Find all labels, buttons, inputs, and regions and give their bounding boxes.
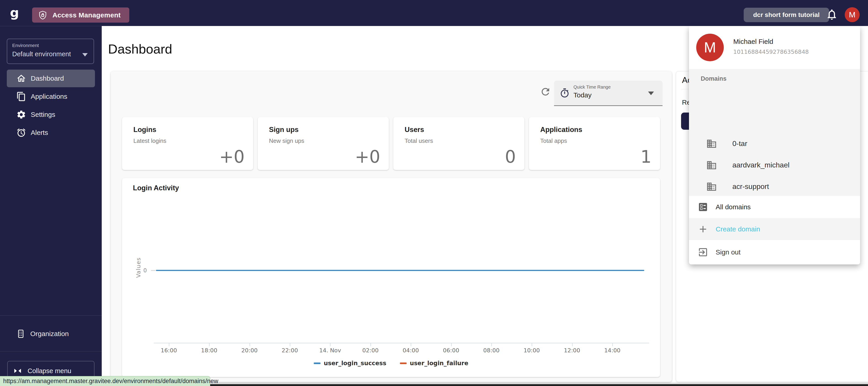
stat-title: Sign ups (269, 126, 299, 134)
user-id: 101168844592786356848 (733, 49, 809, 55)
alarm-icon (16, 128, 26, 138)
sign-out-label: Sign out (716, 248, 741, 256)
x-tick-label: 18:00 (201, 347, 217, 354)
sidebar-item-label: Applications (31, 93, 67, 100)
all-domains-icon (698, 201, 708, 213)
gravitee-logo[interactable]: g (10, 5, 19, 20)
x-tick-mark (451, 343, 452, 346)
domain-label: acr-support (733, 182, 769, 191)
domain-label: aardvark_michael (733, 161, 789, 169)
domain-item-acr-support[interactable]: acr-support (689, 176, 860, 197)
x-tick-mark (209, 343, 210, 346)
sidebar-item-applications[interactable]: Applications (7, 88, 95, 105)
x-tick-label: 06:00 (443, 347, 459, 354)
collapse-icon (13, 366, 23, 376)
sidebar-item-organization[interactable]: Organization (7, 325, 95, 343)
link-preview-tooltip: https://am.management.master.gravitee.de… (0, 376, 210, 386)
legend-item-failure[interactable]: user_login_failure (400, 360, 468, 366)
stat-subtitle: Latest logins (133, 137, 166, 144)
all-domains-label: All domains (716, 203, 751, 211)
x-tick-label: 20:00 (241, 347, 258, 354)
x-tick-label: 16:00 (161, 347, 177, 354)
link-preview-url: https://am.management.master.gravitee.de… (3, 378, 218, 385)
sidebar: Environment Default environment Dashboar… (0, 26, 102, 386)
sidebar-item-alerts[interactable]: Alerts (7, 124, 95, 141)
x-tick-mark (491, 343, 492, 346)
sidebar-item-dashboard[interactable]: Dashboard (7, 70, 95, 87)
user-menu-dropdown: M Michael Field 101168844592786356848 Do… (689, 26, 860, 264)
legend-item-success[interactable]: user_login_success (314, 360, 386, 366)
sidebar-item-label: Organization (30, 330, 69, 337)
sign-out-item[interactable]: Sign out (689, 240, 860, 264)
x-tick-label: 12:00 (564, 347, 580, 354)
x-tick-mark (612, 343, 613, 346)
refresh-button[interactable] (540, 86, 551, 97)
domain-building-icon (706, 160, 717, 171)
environment-selector[interactable]: Environment Default environment (7, 39, 94, 64)
x-tick-mark (290, 343, 290, 346)
shield-lock-icon (38, 10, 48, 20)
domain-building-icon (706, 181, 717, 192)
legend-swatch-success (314, 362, 320, 364)
plus-icon (698, 224, 708, 234)
legend-swatch-failure (400, 362, 407, 364)
notifications-bell-icon[interactable] (826, 8, 838, 21)
quick-time-range-value: Today (574, 91, 592, 99)
domain-label: 0-tar (733, 139, 747, 148)
chart-title: Login Activity (133, 184, 179, 192)
chevron-down-icon (82, 53, 88, 57)
environment-label: Environment (12, 43, 89, 48)
x-tick-label: 14. Nov (319, 347, 341, 354)
create-domain-item[interactable]: Create domain (689, 218, 860, 240)
y-tick-label: 0 (143, 267, 147, 274)
x-tick-label: 10:00 (524, 347, 540, 354)
quick-time-range-select[interactable]: Quick Time Range Today (554, 81, 662, 106)
stat-card-applications: Applications Total apps 1 (529, 117, 660, 170)
x-tick-label: 14:00 (604, 347, 620, 354)
domains-section: Domains 0-tar aardvark_michael acr-suppo… (689, 69, 860, 196)
quick-time-range-label: Quick Time Range (574, 85, 611, 90)
user-menu-header: M Michael Field 101168844592786356848 (689, 26, 860, 69)
x-tick-label: 22:00 (282, 347, 298, 354)
user-avatar[interactable]: M (845, 7, 860, 22)
stat-title: Users (405, 126, 424, 134)
chevron-down-icon (648, 92, 654, 95)
environment-value: Default environment (12, 51, 89, 58)
timer-icon (559, 88, 570, 98)
sidebar-item-settings[interactable]: Settings (7, 106, 95, 123)
domain-building-icon (706, 138, 717, 149)
x-tick-mark (370, 343, 371, 346)
stat-value: 0 (505, 147, 516, 167)
stat-card-logins: Logins Latest logins +0 (122, 117, 253, 170)
dashboard-panel: Quick Time Range Today Logins Latest log… (111, 71, 672, 382)
topbar: g Access Management dcr short form tutor… (0, 0, 868, 26)
tutorial-button[interactable]: dcr short form tutorial (744, 8, 829, 22)
stat-subtitle: Total apps (540, 137, 567, 144)
stat-subtitle: New sign ups (269, 137, 304, 144)
legend-label: user_login_failure (410, 360, 468, 366)
stat-title: Applications (540, 126, 582, 134)
create-domain-label: Create domain (716, 225, 760, 233)
organization-icon (16, 329, 26, 339)
login-activity-card: Login Activity Values 0 16:0018:0020:002… (122, 178, 660, 377)
all-domains-item[interactable]: All domains (689, 196, 860, 218)
x-axis-line (154, 343, 649, 343)
access-management-badge[interactable]: Access Management (32, 7, 129, 23)
x-tick-mark (532, 343, 532, 346)
stat-card-users: Users Total users 0 (393, 117, 524, 170)
user-name: Michael Field (733, 38, 773, 45)
series-line-success (156, 270, 644, 271)
stat-title: Logins (133, 126, 156, 134)
x-tick-mark (411, 343, 411, 346)
stat-value: +0 (355, 147, 380, 167)
page-title: Dashboard (108, 41, 172, 57)
x-tick-label: 04:00 (403, 347, 419, 354)
home-icon (16, 73, 26, 84)
domain-item-0-tar[interactable]: 0-tar (689, 133, 860, 154)
stat-value: +0 (219, 147, 245, 167)
x-tick-mark (572, 343, 572, 346)
domain-item-aardvark-michael[interactable]: aardvark_michael (689, 154, 860, 176)
x-tick-mark (169, 343, 169, 346)
collapse-menu-label: Collapse menu (28, 367, 71, 375)
sidebar-item-label: Alerts (31, 129, 48, 136)
